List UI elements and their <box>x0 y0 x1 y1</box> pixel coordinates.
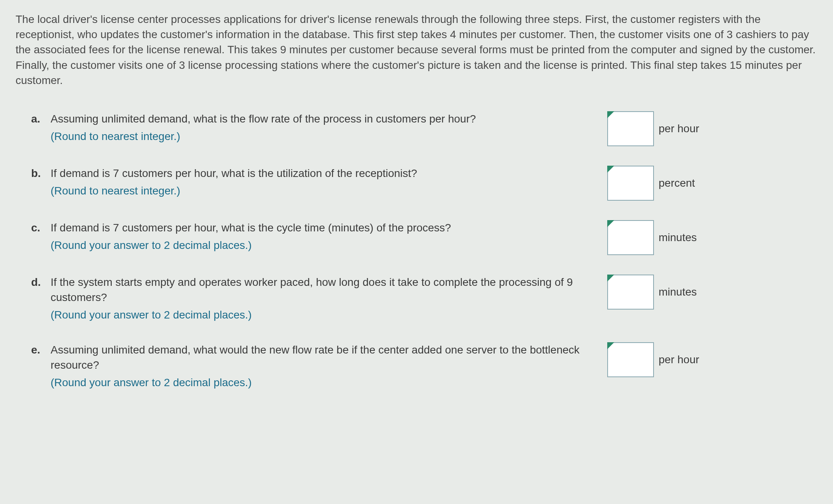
input-corner-tag <box>607 220 614 227</box>
question-text-b: If demand is 7 customers per hour, what … <box>51 166 607 181</box>
input-corner-tag <box>607 111 614 118</box>
input-corner-tag <box>607 275 614 282</box>
question-text-a: Assuming unlimited demand, what is the f… <box>51 111 607 126</box>
answer-input-b[interactable] <box>607 166 654 201</box>
input-corner-tag <box>607 342 614 349</box>
question-label-e: e. <box>31 342 51 357</box>
question-hint-d: (Round your answer to 2 decimal places.) <box>51 307 607 322</box>
unit-label-d: minutes <box>659 284 697 299</box>
question-label-b: b. <box>31 166 51 181</box>
input-corner-tag <box>607 166 614 173</box>
answer-input-c[interactable] <box>607 220 654 255</box>
question-c: c. If demand is 7 customers per hour, wh… <box>16 220 817 255</box>
question-hint-c: (Round your answer to 2 decimal places.) <box>51 238 607 253</box>
question-label-a: a. <box>31 111 51 126</box>
answer-input-d[interactable] <box>607 275 654 310</box>
question-hint-b: (Round to nearest integer.) <box>51 183 607 198</box>
answer-input-e[interactable] <box>607 342 654 377</box>
question-hint-e: (Round your answer to 2 decimal places.) <box>51 375 607 390</box>
unit-label-c: minutes <box>659 230 697 245</box>
question-text-e: Assuming unlimited demand, what would th… <box>51 342 607 373</box>
question-text-d: If the system starts empty and operates … <box>51 275 607 305</box>
answer-input-a[interactable] <box>607 111 654 146</box>
unit-label-e: per hour <box>659 352 699 367</box>
problem-intro: The local driver's license center proces… <box>16 12 817 88</box>
question-text-c: If demand is 7 customers per hour, what … <box>51 220 607 235</box>
question-label-c: c. <box>31 220 51 235</box>
question-d: d. If the system starts empty and operat… <box>16 275 817 323</box>
question-e: e. Assuming unlimited demand, what would… <box>16 342 817 390</box>
unit-label-b: percent <box>659 175 695 191</box>
unit-label-a: per hour <box>659 121 699 136</box>
question-hint-a: (Round to nearest integer.) <box>51 129 607 144</box>
question-label-d: d. <box>31 275 51 290</box>
question-a: a. Assuming unlimited demand, what is th… <box>16 111 817 146</box>
question-b: b. If demand is 7 customers per hour, wh… <box>16 166 817 201</box>
